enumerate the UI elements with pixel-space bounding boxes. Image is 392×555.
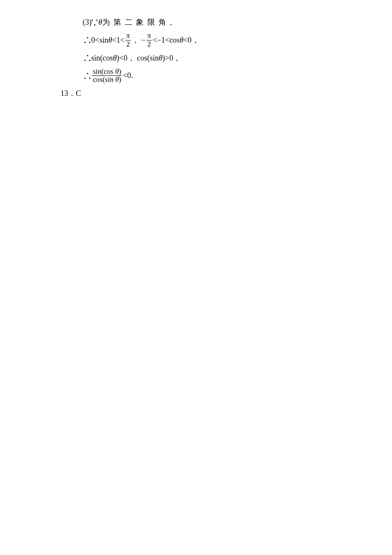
line1-text: 为 第 二 象 限 角， bbox=[102, 17, 176, 28]
line2-theta1: θ bbox=[108, 35, 112, 46]
line-2: 0<sin θ <1< π 2 ， − π 2 <−1<cos θ <0， bbox=[61, 32, 392, 48]
answer-letter: C bbox=[76, 88, 81, 99]
answer-number: 13． bbox=[61, 88, 76, 99]
line-3: sin(cos θ )<0， cos(sin θ )>0， bbox=[61, 53, 392, 64]
frac-den: cos(sin θ) bbox=[92, 75, 122, 84]
frac-num: π bbox=[147, 32, 152, 40]
therefore-icon bbox=[84, 73, 90, 79]
because-icon bbox=[92, 20, 98, 26]
frac-num: sin(cos θ) bbox=[92, 68, 122, 76]
line2-p4: <−1<cos bbox=[153, 35, 179, 46]
line3-p3: )>0， bbox=[162, 53, 181, 64]
line3-p1: sin(cos bbox=[91, 53, 113, 64]
line3-theta1: θ bbox=[113, 53, 117, 64]
answer-line: 13． C bbox=[61, 88, 392, 99]
therefore-icon bbox=[84, 37, 90, 43]
therefore-icon bbox=[84, 55, 90, 61]
line2-p1: 0<sin bbox=[91, 35, 108, 46]
line1-theta: θ bbox=[98, 17, 102, 28]
line3-theta2: θ bbox=[159, 53, 162, 64]
frac-num: π bbox=[125, 32, 131, 40]
line3-p2: )<0， cos(sin bbox=[117, 53, 159, 64]
line1-prefix: (3) bbox=[83, 17, 92, 28]
frac-den: 2 bbox=[147, 40, 152, 49]
line2-p5: <0， bbox=[183, 35, 199, 46]
line4-frac: sin(cos θ) cos(sin θ) bbox=[92, 68, 122, 84]
frac-den: 2 bbox=[125, 40, 131, 49]
line2-theta2: θ bbox=[180, 35, 184, 46]
line4-suffix: <0. bbox=[123, 70, 133, 81]
line-4: sin(cos θ) cos(sin θ) <0. bbox=[61, 68, 392, 84]
line2-p2: <1< bbox=[112, 35, 124, 46]
line-1: (3) θ 为 第 二 象 限 角， bbox=[61, 17, 392, 28]
math-solution-content: (3) θ 为 第 二 象 限 角， 0<sin θ <1< π 2 ， − π… bbox=[0, 17, 392, 99]
line2-frac2: π 2 bbox=[147, 32, 152, 48]
line2-frac1: π 2 bbox=[125, 32, 131, 48]
line2-p3: ， − bbox=[132, 35, 146, 46]
